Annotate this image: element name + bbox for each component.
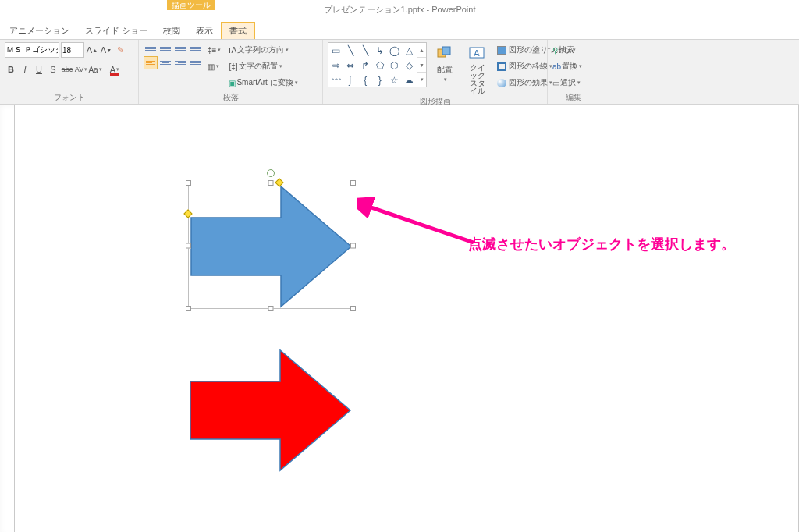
window-title: プレゼンテーション1.pptx - PowerPoint xyxy=(324,4,476,16)
tab-format[interactable]: 書式 xyxy=(221,22,255,39)
underline-button[interactable]: U xyxy=(33,62,45,76)
shape-brace-icon[interactable]: { xyxy=(358,73,372,87)
tab-view[interactable]: 表示 xyxy=(188,23,221,39)
shape-callout-icon[interactable]: ◇ xyxy=(402,59,416,73)
shape-triangle-icon[interactable]: △ xyxy=(402,44,416,58)
replace-icon: ab xyxy=(552,62,561,71)
resize-handle-ne[interactable] xyxy=(350,180,356,186)
resize-handle-nw[interactable] xyxy=(186,180,191,186)
replace-button[interactable]: ab 置換▾ xyxy=(552,59,582,74)
ribbon: A▲ A▼ ✎ B I U S abc AV▾ Aa▾ A▾ フォント xyxy=(0,39,799,105)
text-align-v-button[interactable]: [‡] 文字の配置▾ xyxy=(229,59,297,74)
shape-hex-icon[interactable]: ⬡ xyxy=(388,59,402,73)
group-editing: ⚲ 検索 ab 置換▾ ▭ 選択▾ 編集 xyxy=(548,40,599,104)
shape-star-icon[interactable]: ☆ xyxy=(388,73,402,87)
select-button[interactable]: ▭ 選択▾ xyxy=(552,75,582,90)
shape-elbow-icon[interactable]: ↱ xyxy=(358,59,372,73)
convert-smartart-button[interactable]: ▣ SmartArt に変換▾ xyxy=(229,75,297,90)
shape-line2-icon[interactable]: ╲ xyxy=(358,44,372,58)
resize-handle-sw[interactable] xyxy=(186,306,191,311)
dec-indent-button[interactable] xyxy=(173,42,187,55)
svg-marker-5 xyxy=(190,350,350,470)
effects-swatch-icon xyxy=(497,79,506,87)
shape-connector-icon[interactable]: ↳ xyxy=(373,44,387,58)
gallery-scroll[interactable]: ▲ ▼ ▾ xyxy=(417,42,427,87)
decrease-font-button[interactable]: A▼ xyxy=(100,43,112,57)
shape-free-icon[interactable]: ʃ xyxy=(344,73,358,87)
slide[interactable]: 点滅させたいオブジェクトを選択します。 xyxy=(14,105,799,532)
font-name-select[interactable] xyxy=(5,42,59,58)
shape-oval-icon[interactable]: ◯ xyxy=(388,44,402,58)
italic-button[interactable]: I xyxy=(19,62,31,76)
canvas-area: 点滅させたいオブジェクトを選択します。 xyxy=(0,105,799,532)
bold-button[interactable]: B xyxy=(5,62,17,76)
annotation-arrow xyxy=(357,197,481,252)
align-left-button[interactable] xyxy=(144,56,158,69)
font-color-button[interactable]: A▾ xyxy=(108,62,121,76)
resize-handle-w[interactable] xyxy=(186,243,191,249)
clear-format-button[interactable]: ✎ xyxy=(114,43,126,57)
title-bar: 描画ツール プレゼンテーション1.pptx - PowerPoint xyxy=(0,0,799,22)
line-spacing-button[interactable]: ‡≡▾ xyxy=(208,42,221,58)
gallery-down-icon[interactable]: ▼ xyxy=(417,57,426,72)
arrange-label: 配置 xyxy=(437,64,453,75)
cursor-icon: ▭ xyxy=(552,79,559,87)
shape-darrow-icon[interactable]: ⇔ xyxy=(344,59,358,73)
alignment-row xyxy=(144,56,202,69)
list-align-row1 xyxy=(144,42,202,55)
char-spacing-button[interactable]: AV▾ xyxy=(75,62,87,76)
numbering-button[interactable] xyxy=(158,42,172,55)
group-label-paragraph: 段落 xyxy=(144,93,318,104)
quick-styles-label: クイック スタイル xyxy=(467,64,488,95)
annotation-text: 点滅させたいオブジェクトを選択します。 xyxy=(468,235,735,254)
shape-arrow-icon[interactable]: ⇨ xyxy=(329,59,343,73)
contextual-tab: 描画ツール xyxy=(167,0,215,10)
change-case-button[interactable]: Aa▾ xyxy=(89,62,101,76)
gallery-more-icon[interactable]: ▾ xyxy=(417,72,426,87)
find-button[interactable]: ⚲ 検索 xyxy=(552,42,582,58)
group-font: A▲ A▼ ✎ B I U S abc AV▾ Aa▾ A▾ フォント xyxy=(0,40,139,104)
bullets-button[interactable] xyxy=(144,42,158,55)
align-right-button[interactable] xyxy=(173,56,187,69)
strike-button[interactable]: abc xyxy=(61,62,73,76)
quick-styles-button[interactable]: A クイック スタイル xyxy=(463,42,492,97)
resize-handle-e[interactable] xyxy=(350,243,356,249)
resize-handle-n[interactable] xyxy=(268,180,274,186)
align-center-button[interactable] xyxy=(158,56,172,69)
tab-review[interactable]: 校閲 xyxy=(155,23,188,39)
shape-line-icon[interactable]: ╲ xyxy=(344,44,358,58)
inc-indent-button[interactable] xyxy=(188,42,202,55)
ribbon-tabs: アニメーション スライド ショー 校閲 表示 書式 xyxy=(0,22,799,39)
red-arrow-shape[interactable] xyxy=(188,347,353,473)
shape-curve-icon[interactable]: 〰 xyxy=(329,73,343,87)
font-size-select[interactable] xyxy=(61,42,84,58)
selection-frame[interactable] xyxy=(188,183,353,309)
shadow-button[interactable]: S xyxy=(47,62,59,76)
gallery-up-icon[interactable]: ▲ xyxy=(417,43,426,57)
resize-handle-s[interactable] xyxy=(268,306,274,311)
svg-marker-4 xyxy=(191,186,351,307)
tab-animation[interactable]: アニメーション xyxy=(2,23,77,39)
columns-button[interactable]: ▥▾ xyxy=(208,59,221,74)
rotation-handle[interactable] xyxy=(267,169,275,177)
group-label-editing: 編集 xyxy=(552,93,595,104)
align-justify-button[interactable] xyxy=(188,56,202,69)
chevron-down-icon: ▾ xyxy=(444,76,447,83)
tab-slideshow[interactable]: スライド ショー xyxy=(77,23,155,39)
resize-handle-se[interactable] xyxy=(350,306,356,311)
shape-pent-icon[interactable]: ⬠ xyxy=(373,59,387,73)
blue-arrow-shape[interactable] xyxy=(189,183,354,310)
arrange-button[interactable]: 配置 ▾ xyxy=(430,42,460,84)
shape-rect-icon[interactable]: ▭ xyxy=(329,44,343,58)
separator xyxy=(105,63,105,76)
increase-font-button[interactable]: A▲ xyxy=(86,43,98,57)
shape-cloud-icon[interactable]: ☁ xyxy=(402,73,416,87)
shape-brace2-icon[interactable]: } xyxy=(373,73,387,87)
fill-swatch-icon xyxy=(497,46,506,55)
svg-text:A: A xyxy=(474,48,480,58)
group-paragraph: ‡≡▾ ▥▾ ⅠA 文字列の方向▾ [‡] 文字の配置▾ ▣ SmartArt … xyxy=(139,40,323,104)
quick-styles-icon: A xyxy=(467,44,488,62)
shapes-gallery[interactable]: ▭ ╲ ╲ ↳ ◯ △ ⇨ ⇔ ↱ ⬠ ⬡ ◇ 〰 ʃ { } ☆ xyxy=(328,42,417,87)
text-direction-button[interactable]: ⅠA 文字列の方向▾ xyxy=(229,42,297,58)
outline-swatch-icon xyxy=(497,62,506,71)
